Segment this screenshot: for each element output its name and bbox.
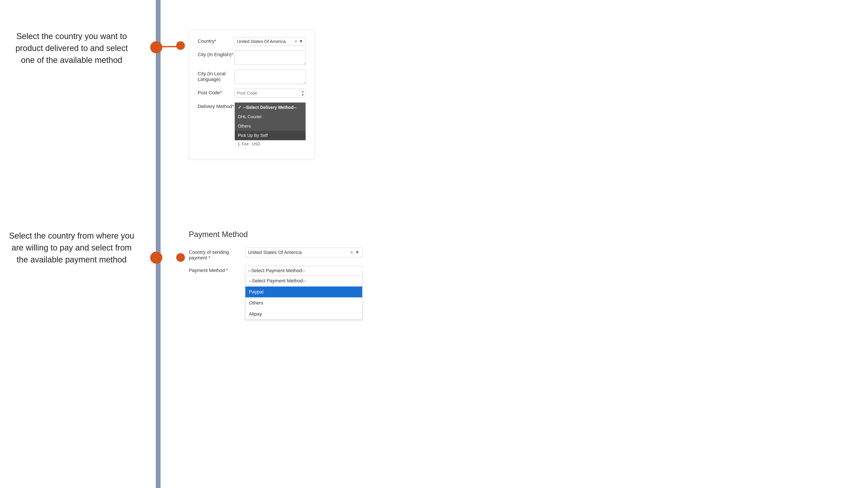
payment-method-title: Payment Method — [189, 230, 362, 239]
payment-form: Country of sending payment * United Stat… — [189, 248, 362, 275]
payment-country-clear[interactable]: × — [350, 250, 353, 255]
city-local-label: City (In Local Language) — [198, 70, 235, 82]
delivery-dot — [150, 41, 162, 53]
payment-dot — [150, 252, 162, 264]
delivery-method-row: Delivery Method* ✓ --Select Delivery Met… — [198, 102, 306, 148]
payment-country-value: United States Of America — [248, 250, 302, 255]
post-code-wrapper: ▲ ▼ — [235, 89, 306, 98]
city-english-row: City (In English)* — [198, 51, 306, 65]
payment-dot-right — [176, 253, 185, 262]
payment-option-alipay[interactable]: Alipay — [245, 308, 362, 320]
city-english-label: City (In English)* — [198, 51, 235, 58]
delivery-dot-right — [176, 41, 185, 50]
payment-method-selected[interactable]: --Select Payment Method-- — [245, 266, 362, 275]
fee-note: 1. Fee : USD — [235, 140, 306, 148]
post-code-label: Post Code* — [198, 89, 235, 96]
payment-method-dropdown: --Select Payment Method-- Paypal Others … — [245, 275, 362, 320]
checkmark-icon: ✓ — [238, 105, 242, 110]
delivery-form-card: Country* United States Of America × ▼ Ci… — [189, 30, 315, 159]
delivery-dropdown[interactable]: ✓ --Select Delivery Method-- DHL Courier… — [235, 102, 306, 140]
city-local-input[interactable] — [235, 70, 306, 84]
payment-method-row: Payment Method * --Select Payment Method… — [189, 266, 362, 275]
payment-panel: Payment Method Country of sending paymen… — [189, 230, 362, 281]
delivery-option-1[interactable]: DHL Courier — [235, 112, 306, 122]
payment-method-placeholder: --Select Payment Method-- — [248, 268, 305, 273]
payment-country-row: Country of sending payment * United Stat… — [189, 248, 362, 261]
post-code-spinner[interactable]: ▲ ▼ — [300, 90, 306, 97]
post-code-input[interactable] — [235, 89, 300, 97]
delivery-option-0[interactable]: ✓ --Select Delivery Method-- — [235, 103, 306, 112]
spinner-up[interactable]: ▲ — [301, 90, 304, 93]
delivery-instruction: Select the country you want to product d… — [9, 30, 134, 66]
country-select[interactable]: United States Of America × ▼ — [235, 37, 306, 46]
payment-country-select[interactable]: United States Of America × ▼ — [245, 248, 362, 257]
delivery-method-label: Delivery Method* — [198, 102, 235, 109]
country-value: United States Of America — [237, 39, 286, 44]
delivery-method-container: ✓ --Select Delivery Method-- DHL Courier… — [235, 102, 306, 148]
country-row: Country* United States Of America × ▼ — [198, 37, 306, 46]
payment-option-default[interactable]: --Select Payment Method-- — [245, 275, 362, 287]
post-code-row: Post Code* ▲ ▼ — [198, 89, 306, 98]
payment-instruction: Select the country from where you are wi… — [9, 230, 134, 266]
country-label: Country* — [198, 37, 235, 44]
delivery-option-2[interactable]: Others — [235, 122, 306, 131]
payment-method-wrapper: --Select Payment Method-- --Select Payme… — [245, 266, 362, 275]
country-clear-button[interactable]: × ▼ — [294, 39, 303, 44]
timeline-line — [156, 0, 161, 488]
city-english-input[interactable] — [235, 51, 306, 65]
payment-country-arrow[interactable]: ▼ — [355, 250, 360, 255]
city-local-row: City (In Local Language) — [198, 70, 306, 84]
payment-country-label: Country of sending payment * — [189, 248, 245, 261]
payment-option-paypal[interactable]: Paypal — [245, 287, 362, 298]
delivery-option-3[interactable]: Pick Up By Self — [235, 131, 306, 140]
spinner-down[interactable]: ▼ — [301, 93, 304, 97]
payment-option-others[interactable]: Others — [245, 298, 362, 308]
payment-method-label: Payment Method * — [189, 266, 245, 273]
